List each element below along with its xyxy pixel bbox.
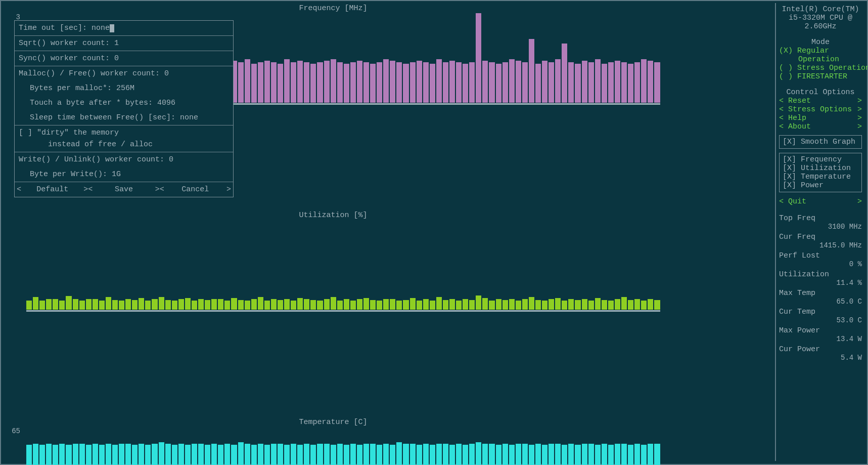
bar bbox=[297, 298, 303, 310]
save-button[interactable]: Save bbox=[93, 185, 155, 194]
bar bbox=[535, 300, 541, 310]
field-sleep-time[interactable]: Sleep time between Free() [sec]: none bbox=[15, 110, 233, 125]
bar bbox=[192, 301, 197, 310]
field-bytes-per-malloc[interactable]: Bytes per malloc*: 256M bbox=[15, 81, 233, 96]
bar bbox=[331, 297, 336, 310]
stat-value: 13.4 W bbox=[779, 335, 862, 343]
bar bbox=[496, 445, 501, 465]
bar bbox=[119, 301, 124, 310]
text-cursor bbox=[110, 24, 114, 32]
bar bbox=[284, 299, 290, 310]
control-about[interactable]: < About> bbox=[779, 122, 862, 131]
bar bbox=[377, 301, 382, 310]
stat-value: 1415.0 MHz bbox=[779, 241, 862, 249]
chart-utilization: Utilization [%] bbox=[4, 211, 662, 314]
bar bbox=[337, 301, 343, 310]
checkbox-dirty-memory[interactable]: [ ] "dirty" the memory bbox=[15, 125, 233, 140]
bar bbox=[562, 44, 567, 103]
toggle-frequency[interactable]: [X] Frequency bbox=[783, 155, 858, 164]
field-sync-workers[interactable]: Sync() worker count: 0 bbox=[15, 51, 233, 66]
bar bbox=[654, 62, 660, 103]
bar bbox=[469, 300, 475, 310]
control-reset[interactable]: < Reset> bbox=[779, 97, 862, 105]
stat-label: Max Temp bbox=[779, 287, 862, 298]
bar bbox=[112, 445, 118, 465]
bar bbox=[185, 445, 191, 465]
bar bbox=[350, 301, 356, 310]
bar bbox=[529, 297, 534, 310]
bar bbox=[628, 64, 633, 103]
field-timeout[interactable]: Time out [sec]: none bbox=[15, 21, 233, 35]
field-sqrt-workers[interactable]: Sqrt() worker count: 1 bbox=[15, 35, 233, 51]
bar bbox=[218, 445, 223, 465]
chart-utilization-yaxis bbox=[4, 220, 22, 314]
bar bbox=[125, 299, 131, 310]
bar bbox=[363, 444, 369, 465]
bar bbox=[476, 13, 481, 103]
bar bbox=[284, 445, 290, 465]
toggle-power[interactable]: [X] Power bbox=[783, 181, 858, 190]
mode-regular[interactable]: (X) Regular Operation bbox=[779, 47, 862, 64]
cancel-button[interactable]: Cancel bbox=[164, 185, 226, 194]
bar bbox=[278, 444, 283, 465]
bar bbox=[224, 301, 230, 310]
bar bbox=[654, 300, 660, 310]
bar bbox=[350, 444, 356, 465]
mode-firestarter[interactable]: ( ) FIRESTARTER bbox=[779, 72, 862, 81]
field-byte-per-write[interactable]: Byte per Write(): 1G bbox=[15, 167, 233, 182]
bar bbox=[396, 62, 402, 103]
bar bbox=[615, 444, 620, 465]
toggle-smooth-graph[interactable]: [X] Smooth Graph bbox=[779, 135, 862, 149]
bar bbox=[582, 61, 587, 103]
bar bbox=[59, 444, 65, 465]
bar bbox=[383, 59, 389, 103]
bar bbox=[264, 301, 270, 310]
bar bbox=[337, 62, 343, 103]
bar bbox=[317, 62, 323, 103]
control-help[interactable]: < Help> bbox=[779, 114, 862, 122]
bar bbox=[469, 62, 475, 103]
bar bbox=[562, 445, 567, 465]
bar bbox=[542, 301, 547, 310]
bar bbox=[549, 444, 554, 465]
mode-stress[interactable]: ( ) Stress Operation bbox=[779, 64, 862, 72]
field-malloc-workers[interactable]: Malloc() / Free() worker count: 0 bbox=[15, 66, 233, 81]
bar bbox=[211, 299, 217, 310]
bar bbox=[370, 64, 376, 103]
bar bbox=[648, 444, 653, 465]
bar bbox=[628, 445, 633, 465]
bar bbox=[602, 300, 607, 310]
field-touch-byte[interactable]: Touch a byte after * bytes: 4096 bbox=[15, 96, 233, 110]
bar bbox=[231, 298, 237, 310]
toggle-temperature[interactable]: [X] Temperature bbox=[783, 173, 858, 181]
bar bbox=[423, 62, 429, 103]
field-write-workers[interactable]: Write() / Unlink() worker count: 0 bbox=[15, 152, 233, 167]
bar bbox=[198, 444, 204, 465]
default-button[interactable]: Default bbox=[21, 185, 83, 194]
bar bbox=[344, 445, 349, 465]
bar bbox=[568, 299, 574, 310]
bar bbox=[112, 300, 118, 310]
bar bbox=[297, 61, 303, 103]
bar bbox=[33, 444, 38, 465]
bar bbox=[258, 444, 263, 465]
stat-value: 65.0 C bbox=[779, 298, 862, 306]
bar bbox=[482, 298, 488, 310]
bar bbox=[291, 62, 296, 103]
bar bbox=[178, 444, 184, 465]
bar bbox=[430, 64, 435, 103]
bar bbox=[582, 444, 587, 465]
control-stress-options[interactable]: < Stress Options> bbox=[779, 105, 862, 114]
bar bbox=[482, 444, 488, 465]
chart-temperature: Temperature [C] 65 32 0 bbox=[4, 418, 662, 465]
bar bbox=[496, 299, 501, 310]
bar bbox=[363, 298, 369, 310]
toggle-utilization[interactable]: [X] Utilization bbox=[783, 164, 858, 173]
bar bbox=[238, 442, 244, 465]
bar bbox=[238, 300, 244, 310]
bar bbox=[324, 299, 330, 310]
bar bbox=[489, 301, 494, 310]
chart-temperature-title: Temperature [C] bbox=[4, 418, 662, 427]
quit-button[interactable]: < Quit> bbox=[779, 197, 862, 206]
stats-block: Top Freq3100 MHzCur Freq1415.0 MHzPerf L… bbox=[779, 212, 862, 362]
